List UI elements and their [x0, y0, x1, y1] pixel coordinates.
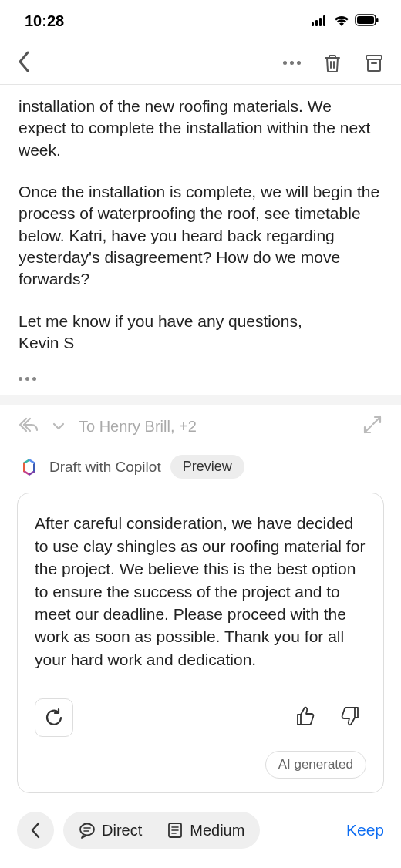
svg-rect-5 [357, 16, 374, 24]
svg-rect-2 [319, 18, 322, 26]
signal-icon [312, 12, 329, 30]
preview-badge: Preview [170, 455, 244, 479]
expand-icon[interactable] [362, 415, 382, 438]
draft-actions [35, 698, 366, 737]
status-indicators [312, 12, 379, 30]
length-medium-label: Medium [190, 822, 244, 839]
feedback-buttons [294, 705, 366, 730]
nav-bar [0, 42, 401, 85]
email-body: installation of the new roofing material… [0, 85, 401, 371]
ai-row: AI generated [35, 751, 366, 779]
draft-text: After careful consideration, we have dec… [35, 512, 366, 671]
email-paragraph: installation of the new roofing material… [19, 96, 382, 161]
reply-all-icon[interactable] [19, 417, 39, 436]
copilot-icon [19, 456, 40, 478]
svg-rect-9 [366, 56, 382, 59]
more-icon[interactable] [283, 61, 301, 65]
regenerate-button[interactable] [35, 698, 73, 737]
email-more-icon[interactable] [0, 371, 401, 395]
svg-rect-6 [376, 18, 379, 22]
reply-to-line[interactable]: To Henry Brill, +2 [79, 418, 197, 436]
email-signature: Kevin S [19, 332, 382, 354]
copilot-label: Draft with Copilot [49, 459, 161, 476]
status-bar: 10:28 [0, 0, 401, 42]
trash-icon[interactable] [322, 53, 342, 73]
archive-icon[interactable] [364, 53, 384, 73]
thumbs-up-icon[interactable] [294, 705, 315, 730]
back-option-button[interactable] [17, 812, 54, 849]
svg-rect-1 [315, 20, 318, 26]
draft-card: After careful consideration, we have dec… [17, 493, 384, 793]
svg-rect-3 [323, 15, 325, 26]
reply-header: To Henry Brill, +2 [0, 405, 401, 444]
email-paragraph: Once the installation is complete, we wi… [19, 181, 382, 291]
ai-generated-badge: AI generated [265, 751, 366, 779]
copilot-row: Draft with Copilot Preview [0, 444, 401, 485]
email-closing: Let me know if you have any questions, [19, 311, 382, 332]
tone-direct-button[interactable]: Direct [66, 822, 154, 839]
battery-icon [355, 12, 379, 30]
svg-rect-0 [312, 22, 314, 26]
length-medium-button[interactable]: Medium [154, 822, 257, 839]
chevron-down-icon[interactable] [52, 419, 65, 433]
wifi-icon [333, 12, 350, 30]
keep-button[interactable]: Keep [346, 821, 384, 839]
thumbs-down-icon[interactable] [340, 705, 362, 730]
tone-pill-group: Direct Medium [63, 812, 260, 849]
bottom-bar: Direct Medium Keep [0, 801, 401, 860]
section-divider [0, 395, 401, 405]
status-time: 10:28 [25, 12, 64, 30]
nav-actions [283, 53, 384, 73]
tone-direct-label: Direct [102, 822, 142, 839]
svg-point-11 [80, 824, 94, 836]
back-button[interactable] [17, 51, 31, 76]
